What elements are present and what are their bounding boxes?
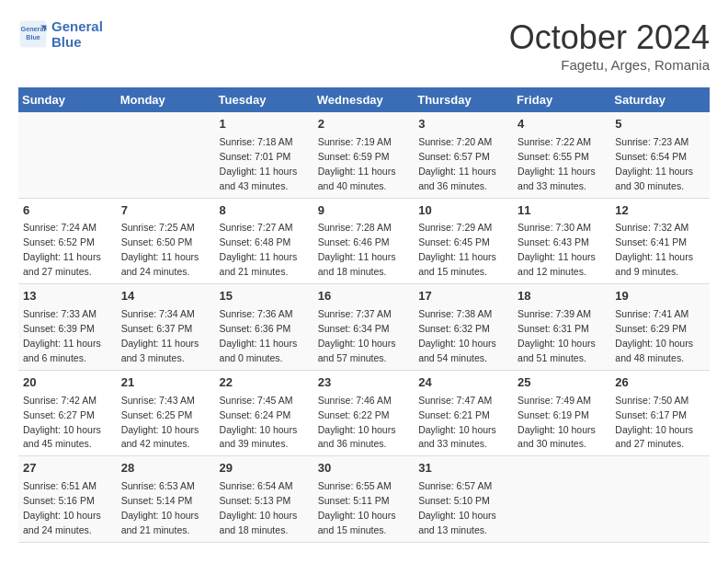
sunrise-text: Sunrise: 7:46 AMSunset: 6:22 PMDaylight:… (318, 395, 396, 450)
day-number: 26 (615, 374, 705, 392)
sunrise-text: Sunrise: 7:37 AMSunset: 6:34 PMDaylight:… (318, 308, 396, 363)
weekday-header: Sunday (18, 87, 117, 112)
sunrise-text: Sunrise: 7:38 AMSunset: 6:32 PMDaylight:… (418, 308, 496, 363)
day-number: 17 (418, 288, 508, 305)
weekday-header-row: SundayMondayTuesdayWednesdayThursdayFrid… (18, 87, 710, 112)
calendar-cell: 18Sunrise: 7:39 AMSunset: 6:31 PMDayligh… (513, 284, 610, 371)
weekday-header: Friday (513, 87, 610, 112)
calendar-cell: 25Sunrise: 7:49 AMSunset: 6:19 PMDayligh… (513, 370, 610, 456)
sunrise-text: Sunrise: 7:29 AMSunset: 6:45 PMDaylight:… (418, 222, 496, 277)
sunrise-text: Sunrise: 6:55 AMSunset: 5:11 PMDaylight:… (318, 480, 396, 535)
day-number: 25 (518, 374, 606, 392)
day-number: 30 (318, 460, 409, 477)
sunrise-text: Sunrise: 7:30 AMSunset: 6:43 PMDaylight:… (518, 222, 596, 277)
calendar-cell: 24Sunrise: 7:47 AMSunset: 6:21 PMDayligh… (414, 370, 513, 456)
calendar-week-row: 13Sunrise: 7:33 AMSunset: 6:39 PMDayligh… (18, 284, 710, 371)
calendar-cell: 17Sunrise: 7:38 AMSunset: 6:32 PMDayligh… (414, 284, 513, 371)
day-number: 22 (220, 374, 309, 392)
day-number: 29 (220, 460, 309, 477)
calendar-week-row: 1Sunrise: 7:18 AMSunset: 7:01 PMDaylight… (18, 112, 710, 198)
calendar-cell (610, 456, 710, 543)
calendar-cell: 8Sunrise: 7:27 AMSunset: 6:48 PMDaylight… (215, 198, 313, 284)
month-title: October 2024 (509, 18, 710, 57)
sunrise-text: Sunrise: 7:43 AMSunset: 6:25 PMDaylight:… (121, 395, 199, 450)
location: Fagetu, Arges, Romania (509, 57, 710, 73)
calendar-cell: 31Sunrise: 6:57 AMSunset: 5:10 PMDayligh… (414, 456, 513, 543)
day-number: 5 (615, 116, 705, 133)
sunrise-text: Sunrise: 7:24 AMSunset: 6:52 PMDaylight:… (23, 222, 101, 277)
day-number: 1 (220, 116, 309, 133)
day-number: 7 (121, 202, 210, 220)
calendar-cell: 30Sunrise: 6:55 AMSunset: 5:11 PMDayligh… (313, 456, 414, 543)
weekday-header: Saturday (610, 87, 710, 112)
day-number: 2 (318, 116, 409, 133)
day-number: 16 (318, 288, 409, 305)
calendar-cell: 15Sunrise: 7:36 AMSunset: 6:36 PMDayligh… (215, 284, 313, 371)
sunrise-text: Sunrise: 6:51 AMSunset: 5:16 PMDaylight:… (23, 480, 101, 535)
day-number: 23 (318, 374, 409, 392)
sunrise-text: Sunrise: 7:49 AMSunset: 6:19 PMDaylight:… (518, 395, 596, 450)
day-number: 31 (418, 460, 508, 477)
day-number: 6 (23, 202, 112, 220)
calendar-cell (513, 456, 610, 543)
day-number: 3 (418, 116, 508, 133)
calendar-cell: 5Sunrise: 7:23 AMSunset: 6:54 PMDaylight… (610, 112, 710, 198)
calendar-cell: 13Sunrise: 7:33 AMSunset: 6:39 PMDayligh… (18, 284, 117, 371)
sunrise-text: Sunrise: 7:22 AMSunset: 6:55 PMDaylight:… (518, 136, 596, 191)
sunrise-text: Sunrise: 7:41 AMSunset: 6:29 PMDaylight:… (615, 308, 693, 363)
sunrise-text: Sunrise: 6:54 AMSunset: 5:13 PMDaylight:… (220, 480, 298, 535)
sunrise-text: Sunrise: 7:25 AMSunset: 6:50 PMDaylight:… (121, 222, 199, 277)
day-number: 19 (615, 288, 705, 305)
day-number: 9 (318, 202, 409, 220)
calendar-cell: 7Sunrise: 7:25 AMSunset: 6:50 PMDaylight… (117, 198, 215, 284)
calendar-cell: 26Sunrise: 7:50 AMSunset: 6:17 PMDayligh… (610, 370, 710, 456)
sunrise-text: Sunrise: 7:23 AMSunset: 6:54 PMDaylight:… (615, 136, 693, 191)
calendar-cell: 22Sunrise: 7:45 AMSunset: 6:24 PMDayligh… (215, 370, 313, 456)
sunrise-text: Sunrise: 7:28 AMSunset: 6:46 PMDaylight:… (318, 222, 396, 277)
calendar-cell: 29Sunrise: 6:54 AMSunset: 5:13 PMDayligh… (215, 456, 313, 543)
sunrise-text: Sunrise: 7:42 AMSunset: 6:27 PMDaylight:… (23, 395, 101, 450)
calendar-cell: 28Sunrise: 6:53 AMSunset: 5:14 PMDayligh… (117, 456, 215, 543)
calendar-cell: 27Sunrise: 6:51 AMSunset: 5:16 PMDayligh… (18, 456, 117, 543)
sunrise-text: Sunrise: 7:47 AMSunset: 6:21 PMDaylight:… (418, 395, 496, 450)
calendar-cell: 23Sunrise: 7:46 AMSunset: 6:22 PMDayligh… (313, 370, 414, 456)
calendar-week-row: 20Sunrise: 7:42 AMSunset: 6:27 PMDayligh… (18, 370, 710, 456)
sunrise-text: Sunrise: 6:57 AMSunset: 5:10 PMDaylight:… (418, 480, 496, 535)
calendar-cell (117, 112, 215, 198)
day-number: 24 (418, 374, 508, 392)
day-number: 13 (23, 288, 112, 305)
day-number: 11 (518, 202, 606, 220)
sunrise-text: Sunrise: 7:19 AMSunset: 6:59 PMDaylight:… (318, 136, 396, 191)
sunrise-text: Sunrise: 7:36 AMSunset: 6:36 PMDaylight:… (220, 308, 298, 363)
day-number: 10 (418, 202, 508, 220)
day-number: 8 (220, 202, 309, 220)
calendar-cell: 21Sunrise: 7:43 AMSunset: 6:25 PMDayligh… (117, 370, 215, 456)
weekday-header: Wednesday (313, 87, 414, 112)
sunrise-text: Sunrise: 7:50 AMSunset: 6:17 PMDaylight:… (615, 395, 693, 450)
svg-text:Blue: Blue (26, 33, 40, 41)
title-block: October 2024 Fagetu, Arges, Romania (509, 18, 710, 73)
calendar-cell: 6Sunrise: 7:24 AMSunset: 6:52 PMDaylight… (18, 198, 117, 284)
calendar-cell: 11Sunrise: 7:30 AMSunset: 6:43 PMDayligh… (513, 198, 610, 284)
logo-text: GeneralBlue (51, 18, 103, 50)
calendar-cell: 10Sunrise: 7:29 AMSunset: 6:45 PMDayligh… (414, 198, 513, 284)
day-number: 15 (220, 288, 309, 305)
calendar-cell: 1Sunrise: 7:18 AMSunset: 7:01 PMDaylight… (215, 112, 313, 198)
day-number: 28 (121, 460, 210, 477)
calendar-cell: 2Sunrise: 7:19 AMSunset: 6:59 PMDaylight… (313, 112, 414, 198)
logo-icon: General Blue (18, 19, 48, 49)
day-number: 12 (615, 202, 705, 220)
calendar-cell: 4Sunrise: 7:22 AMSunset: 6:55 PMDaylight… (513, 112, 610, 198)
sunrise-text: Sunrise: 7:39 AMSunset: 6:31 PMDaylight:… (518, 308, 596, 363)
sunrise-text: Sunrise: 7:27 AMSunset: 6:48 PMDaylight:… (220, 222, 298, 277)
weekday-header: Tuesday (215, 87, 313, 112)
calendar-cell: 19Sunrise: 7:41 AMSunset: 6:29 PMDayligh… (610, 284, 710, 371)
weekday-header: Monday (117, 87, 215, 112)
calendar-cell: 12Sunrise: 7:32 AMSunset: 6:41 PMDayligh… (610, 198, 710, 284)
sunrise-text: Sunrise: 7:45 AMSunset: 6:24 PMDaylight:… (220, 395, 298, 450)
page-header: General Blue GeneralBlue October 2024 Fa… (18, 18, 710, 73)
day-number: 14 (121, 288, 210, 305)
logo: General Blue GeneralBlue (18, 18, 103, 50)
day-number: 18 (518, 288, 606, 305)
sunrise-text: Sunrise: 7:20 AMSunset: 6:57 PMDaylight:… (418, 136, 496, 191)
